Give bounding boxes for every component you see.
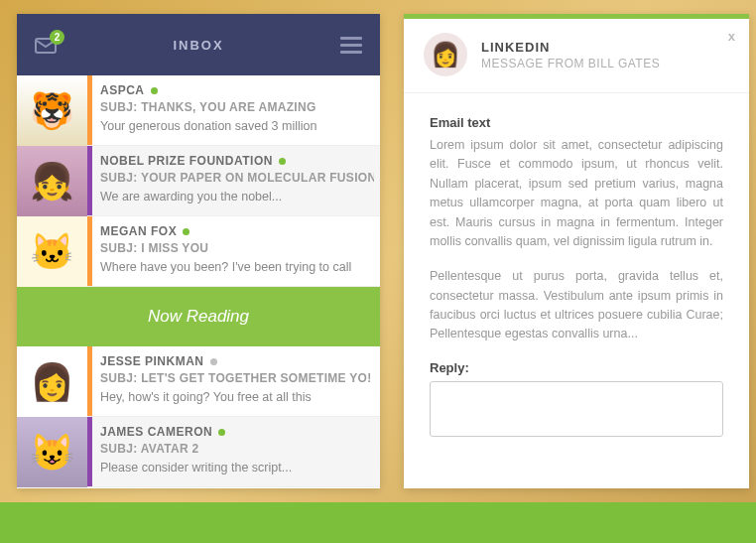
message-item[interactable]: 😺JAMES CAMERON SUBJ: AVATAR 2Please cons… [17, 417, 380, 487]
hamburger-menu-icon[interactable] [340, 37, 362, 54]
message-subject: SUBJ: LET'S GET TOGETHER SOMETIME YO! [100, 371, 374, 385]
message-list: 🐯ASPCA SUBJ: THANKS, YOU ARE AMAZINGYour… [17, 75, 380, 488]
message-subject: SUBJ: THANKS, YOU ARE AMAZING [100, 100, 374, 114]
status-dot-icon [218, 429, 225, 436]
avatar: 😺 [17, 417, 87, 487]
bottom-accent-strip [0, 502, 756, 543]
message-preview: Your generous donation saved 3 million [100, 119, 374, 133]
inbox-title: INBOX [173, 38, 223, 53]
message-sender: MEGAN FOX [100, 224, 374, 238]
email-paragraph: Pellentesque ut purus porta, gravida tel… [430, 267, 723, 344]
status-dot-icon [279, 158, 286, 165]
email-text-label: Email text [430, 115, 723, 130]
message-sender: ASPCA [100, 83, 374, 97]
message-item[interactable]: 🐱MEGAN FOX SUBJ: I MISS YOUWhere have yo… [17, 216, 380, 287]
close-button[interactable]: x [728, 29, 735, 44]
message-sender: JAMES CAMERON [100, 425, 374, 439]
reply-textarea[interactable] [430, 381, 723, 437]
reply-label: Reply: [430, 360, 723, 375]
message-item[interactable]: 🐯ASPCA SUBJ: THANKS, YOU ARE AMAZINGYour… [17, 75, 380, 146]
message-sender: NOBEL PRIZE FOUNDATION [100, 154, 374, 168]
status-dot-icon [183, 228, 189, 235]
message-sender: JESSE PINKMAN [100, 354, 374, 368]
email-paragraph: Lorem ipsum dolor sit amet, consectetur … [430, 136, 723, 251]
now-reading-divider: Now Reading [17, 287, 380, 346]
inbox-envelope-wrapper[interactable]: 2 [35, 36, 57, 54]
inbox-panel: 2 INBOX 🐯ASPCA SUBJ: THANKS, YOU ARE AMA… [17, 14, 380, 488]
avatar: 🐱 [17, 216, 87, 287]
avatar: 🐯 [17, 75, 87, 146]
message-preview: Hey, how's it going? You free at all thi… [100, 390, 374, 404]
message-preview: Where have you been? I've been trying to… [100, 260, 374, 274]
message-preview: We are awarding you the nobel... [100, 190, 374, 204]
message-subject: SUBJ: I MISS YOU [100, 241, 374, 255]
status-dot-icon [210, 358, 217, 365]
detail-sender: LINKEDIN [481, 40, 729, 55]
message-item[interactable]: 👩JESSE PINKMAN SUBJ: LET'S GET TOGETHER … [17, 346, 380, 417]
message-preview: Please consider writing the script... [100, 461, 374, 475]
avatar: 👧 [17, 146, 87, 216]
detail-avatar: 👩 [424, 33, 467, 76]
inbox-header: 2 INBOX [17, 14, 380, 75]
unread-badge: 2 [50, 30, 64, 45]
detail-panel: x 👩 LINKEDIN MESSAGE FROM BILL GATES Ema… [404, 14, 749, 488]
avatar: 👩 [17, 346, 87, 417]
message-item[interactable]: 👧NOBEL PRIZE FOUNDATION SUBJ: YOUR PAPER… [17, 146, 380, 216]
message-subject: SUBJ: YOUR PAPER ON MOLECULAR FUSION [100, 171, 374, 185]
detail-body: Email text Lorem ipsum dolor sit amet, c… [404, 93, 749, 488]
status-dot-icon [151, 87, 158, 94]
message-subject: SUBJ: AVATAR 2 [100, 442, 374, 456]
detail-header: 👩 LINKEDIN MESSAGE FROM BILL GATES [404, 19, 749, 93]
detail-from: MESSAGE FROM BILL GATES [481, 57, 729, 70]
